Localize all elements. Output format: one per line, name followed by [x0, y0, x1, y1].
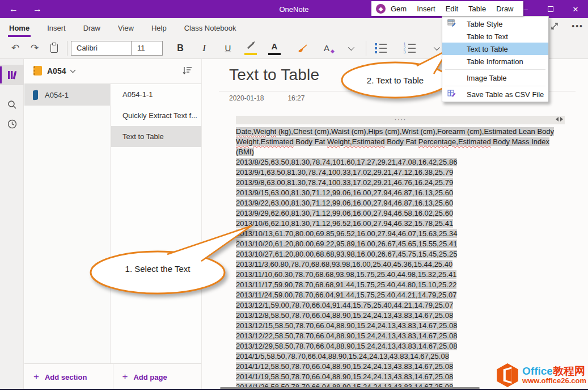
- gem-menu-gem[interactable]: Gem: [386, 1, 412, 16]
- gem-logo-icon: ◆: [376, 4, 386, 14]
- font-color-letter: A: [272, 41, 278, 51]
- office-hexagon-icon: [496, 363, 519, 388]
- add-section-button[interactable]: + Add section: [24, 363, 113, 390]
- resize-right-icon: [560, 117, 563, 121]
- csv-line[interactable]: 2013/10/20,61.20,80.00,69.22,95.89,16.00…: [236, 239, 565, 249]
- highlighter-pen-icon: [247, 43, 254, 49]
- save-csv-icon: [447, 90, 456, 99]
- callout-select-text-balloon: [85, 220, 261, 300]
- sort-icon: [183, 66, 192, 75]
- section-tab-icon: [33, 90, 38, 100]
- sort-pages-button[interactable]: [183, 66, 192, 77]
- font-size-select[interactable]: 11: [131, 41, 163, 56]
- format-painter-button[interactable]: [293, 40, 312, 57]
- callout-text-to-table-balloon: [332, 45, 456, 102]
- csv-line[interactable]: 2013/9/22,63.00,81.30,71.12,99.06,16.00,…: [236, 198, 565, 208]
- csv-text: Date,Weight (kg),Chest (cm),Waist (cm),H…: [236, 124, 565, 390]
- csv-line[interactable]: 2013/12/15,58.50,78.70,66.04,88.90,15.24…: [236, 321, 565, 331]
- notebooks-button[interactable]: [0, 65, 24, 85]
- csv-line[interactable]: 2013/8/25,63.50,81.30,78.74,101.60,17.27…: [236, 157, 565, 167]
- menu-separator: [445, 86, 545, 86]
- section-label: A054-1: [45, 91, 69, 99]
- paste-button[interactable]: [44, 40, 64, 57]
- tab-draw[interactable]: Draw: [83, 18, 100, 37]
- csv-line[interactable]: 2013/12/22,58.50,78.70,66.04,88.90,15.24…: [236, 331, 565, 341]
- notebook-selector[interactable]: A054: [33, 66, 75, 76]
- plus-icon: +: [122, 371, 128, 383]
- page-item-selected[interactable]: Text to Table: [111, 126, 201, 147]
- format-painter-brush-icon: [297, 43, 308, 53]
- gem-menu-insert[interactable]: Insert: [412, 1, 441, 16]
- outline-move-handle[interactable]: ····: [236, 116, 565, 124]
- close-button[interactable]: ✕: [563, 0, 588, 18]
- font-color-bar: [268, 53, 281, 55]
- menu-item-text-to-table[interactable]: Text to Table: [442, 43, 548, 55]
- ribbon-tabs: Home Insert Draw View Help Class Noteboo…: [9, 18, 236, 37]
- search-button[interactable]: [0, 94, 24, 115]
- clock-icon: [7, 119, 17, 129]
- csv-line[interactable]: 2013/12/29,58.50,78.70,66.04,88.90,15.24…: [236, 341, 565, 351]
- csv-line[interactable]: 2013/12/1,59.00,78.70,66.04,91.44,15.75,…: [236, 300, 565, 311]
- tab-class-notebook[interactable]: Class Notebook: [184, 18, 236, 37]
- csv-line[interactable]: 2013/11/17,59.90,78.70,68.68,91.44,15.75…: [236, 280, 565, 290]
- menu-item-save-table-as-csv[interactable]: Save Table as CSV File: [442, 88, 548, 100]
- page-item[interactable]: Quickly Extract Text f...: [111, 105, 201, 126]
- highlighter-color-bar: [244, 53, 257, 55]
- menu-item-image-table[interactable]: Image Table: [442, 72, 548, 84]
- csv-line[interactable]: 2013/12/8,58.50,78.70,66.04,88.90,15.24,…: [236, 311, 565, 321]
- italic-button[interactable]: I: [194, 40, 214, 57]
- menu-item-table-information[interactable]: Table Information: [442, 55, 548, 68]
- tab-home[interactable]: Home: [9, 18, 29, 37]
- csv-line[interactable]: 2013/9/29,62.60,81.30,71.12,99.06,16.00,…: [236, 208, 565, 219]
- highlighter-button[interactable]: [241, 40, 260, 57]
- underline-button[interactable]: U: [218, 40, 238, 57]
- watermark-url: www.office26.com: [522, 377, 586, 385]
- font-name-select[interactable]: Calibri: [71, 41, 131, 56]
- font-color-button[interactable]: A: [265, 40, 284, 57]
- menu-item-table-style[interactable]: Table Style: [442, 18, 548, 30]
- csv-line[interactable]: Weight,Estimated Body Fat Weight,Estimat…: [236, 137, 565, 147]
- undo-button[interactable]: ↶: [6, 40, 25, 57]
- menu-separator: [445, 69, 545, 70]
- csv-line[interactable]: (BMI): [236, 147, 565, 157]
- csv-line[interactable]: 2014/1/5,58.50,78.70,66.04,88.90,15.24,2…: [236, 351, 565, 362]
- gem-menu-edit[interactable]: Edit: [441, 1, 463, 16]
- watermark-logo: Office教程网 www.office26.com: [496, 363, 586, 388]
- csv-line[interactable]: 2013/9/1,63.50,81.30,78.74,100.33,17.02,…: [236, 167, 565, 178]
- tab-insert[interactable]: Insert: [47, 18, 66, 37]
- page-title[interactable]: Text to Table: [229, 66, 319, 84]
- clipboard-icon: [50, 44, 58, 53]
- gem-table-menu: Table Style Table to Text Text to Table …: [442, 16, 549, 102]
- expand-ribbon-icon[interactable]: [550, 22, 559, 31]
- gem-menu-table[interactable]: Table: [463, 1, 491, 16]
- notebook-icon: [33, 66, 42, 76]
- callout-select-text-label: 1. Select the Text: [95, 264, 220, 274]
- gem-menu-draw[interactable]: Draw: [491, 1, 518, 16]
- csv-line[interactable]: Date,Weight (kg),Chest (cm),Waist (cm),H…: [236, 127, 565, 137]
- csv-line[interactable]: 2013/11/10,60.30,78.70,68.68,93.98,15.75…: [236, 270, 565, 280]
- csv-line[interactable]: 2013/10/6,62.10,81.30,71.12,96.52,16.00,…: [236, 219, 565, 229]
- redo-button[interactable]: ↷: [25, 40, 44, 57]
- navigation-rail: [0, 59, 24, 390]
- tab-view[interactable]: View: [118, 18, 134, 37]
- page-item[interactable]: A054-1-1: [111, 84, 201, 105]
- csv-line[interactable]: 2013/11/3,60.80,78.70,68.68,93.98,16.00,…: [236, 259, 565, 270]
- csv-line[interactable]: 2013/10/13,61.70,80.00,69.85,96.52,16.00…: [236, 229, 565, 239]
- note-outline-container: ···· Date,Weight (kg),Chest (cm),Waist (…: [236, 116, 565, 390]
- csv-line[interactable]: 2013/10/27,61.20,80.00,68.68,93.98,16.00…: [236, 249, 565, 259]
- tab-help[interactable]: Help: [151, 18, 167, 37]
- recent-notes-button[interactable]: [0, 114, 24, 134]
- watermark-brand-red: 教程网: [553, 365, 585, 377]
- section-item-a054-1[interactable]: A054-1: [24, 84, 110, 106]
- csv-line[interactable]: 2013/9/15,63.00,81.30,71.12,99.06,16.00,…: [236, 188, 565, 198]
- notebooks-library-icon: [7, 70, 17, 80]
- bold-button[interactable]: B: [171, 40, 190, 57]
- more-options-icon[interactable]: •••: [572, 22, 583, 31]
- csv-line[interactable]: 2013/11/24,59.00,78.70,66.04,91.44,15.75…: [236, 290, 565, 300]
- add-page-button[interactable]: + Add page: [113, 363, 202, 390]
- notebook-header: A054: [24, 59, 201, 84]
- outline-resize-handle[interactable]: [556, 117, 563, 121]
- menu-item-table-to-text[interactable]: Table to Text: [442, 30, 548, 43]
- watermark-brand-blue: Office: [522, 365, 553, 377]
- csv-line[interactable]: 2013/9/8,63.00,81.30,78.74,100.33,17.02,…: [236, 178, 565, 188]
